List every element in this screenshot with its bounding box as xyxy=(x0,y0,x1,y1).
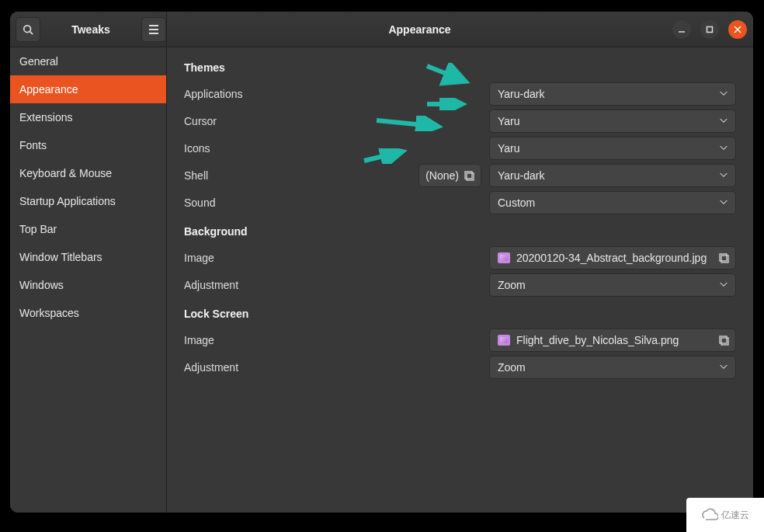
sidebar-item-top-bar[interactable]: Top Bar xyxy=(10,215,166,243)
chevron-down-icon xyxy=(720,92,728,96)
svg-point-0 xyxy=(24,25,31,32)
file-browse-icon xyxy=(464,170,474,181)
search-icon xyxy=(23,24,33,35)
label-icons: Icons xyxy=(184,142,386,155)
sidebar-item-windows[interactable]: Windows xyxy=(10,271,166,299)
main-panel: Themes Applications Yaru-dark Cursor Yar… xyxy=(167,47,753,513)
sidebar-item-general[interactable]: General xyxy=(10,47,166,75)
row-ls-adjustment: Adjustment Zoom xyxy=(184,353,736,381)
sidebar: General Appearance Extensions Fonts Keyb… xyxy=(10,47,167,513)
chevron-down-icon xyxy=(720,173,728,178)
combo-value: Zoom xyxy=(498,361,526,374)
combo-shell[interactable]: Yaru-dark xyxy=(489,164,736,187)
chevron-down-icon xyxy=(720,283,728,287)
combo-applications[interactable]: Yaru-dark xyxy=(489,82,736,106)
combo-ls-adjustment[interactable]: Zoom xyxy=(489,356,736,379)
sidebar-item-fonts[interactable]: Fonts xyxy=(10,131,166,159)
sidebar-item-label: Top Bar xyxy=(19,223,57,235)
combo-icons[interactable]: Yaru xyxy=(489,137,736,160)
file-ls-image[interactable]: Flight_dive_by_Nicolas_Silva.png xyxy=(489,329,736,352)
app-window: Tweaks Appearance General Appearance Ext… xyxy=(10,12,753,513)
close-icon xyxy=(734,26,741,33)
close-button[interactable] xyxy=(728,20,747,39)
sidebar-item-label: Workspaces xyxy=(19,307,79,319)
sidebar-item-extensions[interactable]: Extensions xyxy=(10,103,166,131)
combo-value: Zoom xyxy=(498,279,526,291)
watermark-text: 亿速云 xyxy=(721,509,749,522)
window-controls xyxy=(672,20,753,39)
row-bg-image: Image 20200120-34_Abstract_background.jp… xyxy=(184,244,736,271)
label-bg-image: Image xyxy=(184,252,386,264)
maximize-button[interactable] xyxy=(700,20,719,39)
label-ls-adjustment: Adjustment xyxy=(184,361,386,374)
sidebar-item-label: Fonts xyxy=(19,139,47,151)
row-icons: Icons Yaru xyxy=(184,134,736,162)
row-applications: Applications Yaru-dark xyxy=(184,80,736,107)
label-applications: Applications xyxy=(184,88,386,100)
sidebar-item-appearance[interactable]: Appearance xyxy=(10,75,166,103)
sidebar-item-startup-applications[interactable]: Startup Applications xyxy=(10,187,166,215)
label-shell: Shell xyxy=(184,169,386,182)
combo-sound[interactable]: Custom xyxy=(489,191,736,214)
watermark-logo-icon xyxy=(701,508,718,522)
row-ls-image: Image Flight_dive_by_Nicolas_Silva.png xyxy=(184,326,736,353)
maximize-icon xyxy=(706,26,714,33)
menu-button[interactable] xyxy=(141,17,166,42)
file-bg-image[interactable]: 20200120-34_Abstract_background.jpg xyxy=(489,246,736,269)
image-file-icon xyxy=(498,252,510,263)
content-area: General Appearance Extensions Fonts Keyb… xyxy=(10,47,753,513)
combo-value: Custom xyxy=(498,196,535,209)
file-browse-icon xyxy=(718,335,729,346)
header-left: Tweaks xyxy=(10,12,167,47)
app-title: Tweaks xyxy=(45,23,137,36)
sidebar-item-label: Extensions xyxy=(19,111,72,123)
sidebar-item-label: Window Titlebars xyxy=(19,251,102,263)
sidebar-item-keyboard-mouse[interactable]: Keyboard & Mouse xyxy=(10,159,166,187)
combo-value: Yaru-dark xyxy=(498,88,544,100)
sidebar-item-label: Appearance xyxy=(19,83,78,96)
header-bar: Tweaks Appearance xyxy=(10,12,753,47)
combo-value: Yaru xyxy=(498,115,520,127)
combo-value: Yaru-dark xyxy=(498,169,544,182)
sidebar-item-workspaces[interactable]: Workspaces xyxy=(10,299,166,327)
label-cursor: Cursor xyxy=(184,115,386,127)
row-cursor: Cursor Yaru xyxy=(184,107,736,134)
label-sound: Sound xyxy=(184,196,386,209)
minimize-button[interactable] xyxy=(672,20,691,39)
search-button[interactable] xyxy=(16,17,40,42)
file-value: 20200120-34_Abstract_background.jpg xyxy=(516,252,707,264)
image-file-icon xyxy=(498,335,510,346)
sidebar-item-label: General xyxy=(19,55,58,68)
sidebar-item-label: Startup Applications xyxy=(19,195,116,207)
label-ls-image: Image xyxy=(184,334,386,346)
chevron-down-icon xyxy=(720,119,728,123)
chevron-down-icon xyxy=(720,146,728,151)
combo-cursor[interactable]: Yaru xyxy=(489,110,736,133)
svg-rect-6 xyxy=(707,26,713,32)
lockscreen-section-title: Lock Screen xyxy=(184,308,736,320)
themes-section-title: Themes xyxy=(184,61,736,74)
page-title: Appearance xyxy=(167,23,672,36)
file-value: Flight_dive_by_Nicolas_Silva.png xyxy=(516,334,679,346)
shell-none-label: (None) xyxy=(425,169,459,182)
watermark: 亿速云 xyxy=(686,498,764,532)
shell-none-button[interactable]: (None) xyxy=(418,164,481,187)
minimize-icon xyxy=(678,26,686,33)
label-bg-adjustment: Adjustment xyxy=(184,279,386,291)
sidebar-item-label: Keyboard & Mouse xyxy=(19,167,112,179)
chevron-down-icon xyxy=(720,365,728,370)
file-browse-icon xyxy=(718,252,729,263)
row-bg-adjustment: Adjustment Zoom xyxy=(184,271,736,298)
background-section-title: Background xyxy=(184,225,736,238)
sidebar-item-label: Windows xyxy=(19,279,64,291)
row-shell: Shell (None) Yaru-dark xyxy=(184,162,736,189)
combo-value: Yaru xyxy=(498,142,520,155)
combo-bg-adjustment[interactable]: Zoom xyxy=(489,273,736,297)
hamburger-icon xyxy=(148,25,159,34)
row-sound: Sound Custom xyxy=(184,189,736,216)
svg-line-1 xyxy=(30,31,33,34)
chevron-down-icon xyxy=(720,200,728,205)
sidebar-item-window-titlebars[interactable]: Window Titlebars xyxy=(10,243,166,271)
